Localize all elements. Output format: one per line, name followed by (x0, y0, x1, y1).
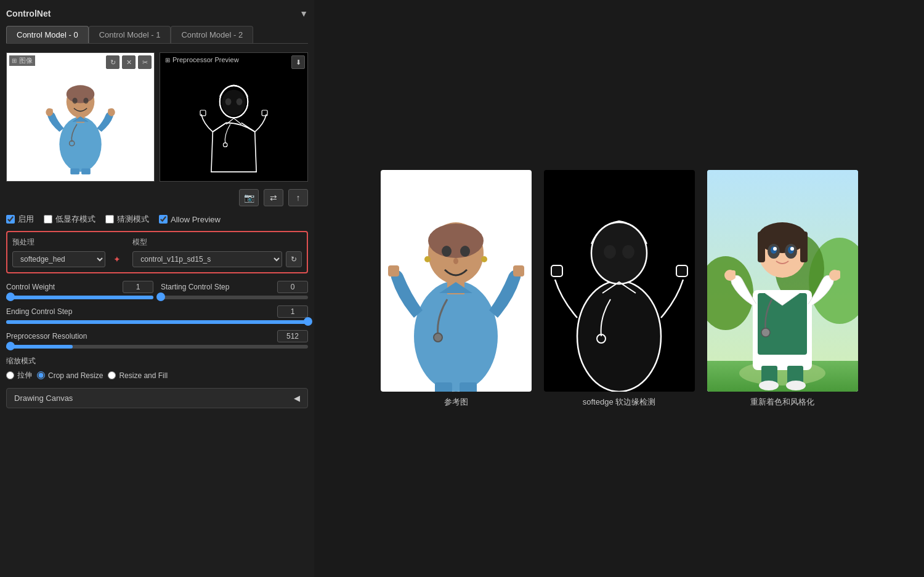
svg-rect-68 (727, 270, 736, 279)
control-weight-value: 1 (123, 281, 153, 293)
svg-point-36 (424, 256, 431, 262)
starting-step-value: 0 (277, 281, 308, 293)
svg-point-21 (225, 99, 232, 105)
drawing-canvas-label: Drawing Canvas (14, 393, 73, 403)
edit-btn[interactable]: ✂ (138, 55, 152, 69)
drawing-canvas-row[interactable]: Drawing Canvas ◀ (6, 388, 308, 408)
starting-step-thumb[interactable] (156, 293, 165, 301)
checkboxes-row: 启用 低显存模式 猜测模式 Allow Preview (6, 214, 308, 225)
enable-checkbox-item[interactable]: 启用 (6, 214, 34, 225)
tab-control-model-2[interactable]: Control Model - 2 (171, 26, 253, 43)
low-vram-label: 低显存模式 (55, 214, 95, 225)
output-image-edge: softedge 软边缘检测 (544, 170, 695, 408)
svg-point-5 (83, 98, 88, 104)
guess-mode-checkbox[interactable] (105, 215, 114, 224)
control-weight-label: Control Weight (6, 283, 55, 291)
guess-mode-checkbox-item[interactable]: 猜测模式 (105, 214, 149, 225)
styled-image (707, 170, 858, 392)
preprocessor-res-fill (6, 345, 73, 349)
control-weight-fill (6, 296, 153, 299)
model-column: 模型 control_v11p_sd15_s ↻ (132, 237, 302, 267)
ending-step-thumb[interactable] (304, 317, 312, 326)
stretch-option[interactable]: 拉伸 (6, 370, 32, 381)
svg-rect-69 (832, 270, 840, 279)
svg-point-42 (622, 245, 634, 259)
preprocessor-controls: ⬇ (291, 55, 305, 69)
right-panel: 参考图 (314, 0, 924, 577)
model-dropdown[interactable]: control_v11p_sd15_s (132, 251, 282, 267)
panel-collapse-arrow[interactable]: ▼ (299, 9, 308, 18)
allow-preview-checkbox[interactable] (159, 215, 168, 224)
download-btn[interactable]: ⬇ (291, 55, 305, 69)
crop-resize-option[interactable]: Crop and Resize (37, 371, 103, 380)
refresh-btn[interactable]: ↻ (106, 55, 120, 69)
svg-point-22 (237, 99, 243, 105)
styled-image-label: 重新着色和风格化 (750, 397, 814, 408)
control-weight-slider-col: Control Weight 1 (6, 281, 153, 299)
preprocessor-model-row: 预处理 softedge_hed ✦ 模型 control_v11p_sd15_… (12, 237, 302, 267)
ending-step-header: Ending Control Step 1 (6, 305, 308, 318)
swap-btn[interactable]: ⇄ (264, 189, 283, 206)
svg-rect-33 (513, 265, 524, 276)
svg-point-4 (72, 98, 77, 104)
preprocessor-preview-label: ⊞ Preprocessor Preview (163, 55, 241, 64)
preprocessor-res-thumb[interactable] (6, 342, 15, 350)
input-image-controls: ↻ ✕ ✂ (106, 55, 152, 69)
low-vram-checkbox-item[interactable]: 低显存模式 (44, 214, 95, 225)
preprocessor-select-row: softedge_hed ✦ (12, 251, 125, 267)
stretch-label: 拉伸 (17, 370, 32, 381)
edge-image (544, 170, 695, 392)
fill-radio[interactable] (108, 371, 116, 379)
action-row: 📷 ⇄ ↑ (6, 189, 308, 206)
svg-point-37 (481, 256, 487, 262)
svg-point-19 (222, 90, 246, 116)
svg-rect-14 (196, 59, 271, 174)
camera-btn[interactable]: 📷 (239, 189, 259, 206)
starting-step-slider-col: Starting Control Step 0 (161, 281, 308, 299)
preprocessor-dropdown[interactable]: softedge_hed (12, 251, 105, 267)
low-vram-checkbox[interactable] (44, 215, 52, 224)
input-image-label: ⊞ 图像 (9, 55, 35, 66)
tab-bar: Control Model - 0 Control Model - 1 Cont… (6, 26, 308, 44)
svg-point-26 (428, 224, 484, 258)
control-weight-header: Control Weight 1 (6, 281, 153, 293)
close-btn[interactable]: ✕ (122, 55, 136, 69)
svg-point-3 (67, 86, 95, 103)
guess-mode-label: 猜测模式 (117, 214, 149, 225)
svg-point-73 (786, 381, 806, 390)
crop-radio[interactable] (37, 371, 45, 379)
drawing-canvas-arrow: ◀ (294, 393, 300, 403)
upload-btn[interactable]: ↑ (288, 189, 308, 206)
preprocessor-res-slider-row: Preprocessor Resolution 512 (6, 330, 308, 349)
stretch-radio[interactable] (6, 371, 14, 379)
preprocessor-res-label: Preprocessor Resolution (6, 332, 87, 341)
svg-rect-44 (676, 265, 687, 276)
resize-fill-option[interactable]: Resize and Fill (108, 371, 168, 380)
svg-point-39 (577, 281, 661, 392)
zoom-mode-section: 缩放模式 拉伸 Crop and Resize Resize and Fill (6, 356, 308, 381)
model-refresh-btn[interactable]: ↻ (286, 251, 302, 267)
image-area: ⊞ 图像 ↻ ✕ ✂ (6, 52, 308, 182)
svg-rect-58 (800, 232, 808, 262)
preprocessor-field-label: 预处理 (12, 237, 125, 248)
starting-step-track (161, 296, 308, 299)
red-star-icon[interactable]: ✦ (109, 251, 125, 267)
svg-point-31 (434, 333, 442, 342)
svg-point-27 (442, 246, 452, 257)
svg-point-64 (790, 247, 794, 251)
allow-preview-checkbox-item[interactable]: Allow Preview (159, 215, 221, 224)
tab-control-model-0[interactable]: Control Model - 0 (6, 26, 89, 43)
svg-rect-11 (108, 109, 114, 115)
fill-label: Resize and Fill (119, 371, 168, 380)
two-col-sliders: Control Weight 1 Starting Control Step 0 (6, 281, 308, 299)
image-icon: ⊞ (12, 57, 17, 64)
model-field-label: 模型 (132, 237, 302, 248)
tab-control-model-1[interactable]: Control Model - 1 (89, 26, 171, 43)
ending-step-label: Ending Control Step (6, 307, 72, 316)
enable-checkbox[interactable] (6, 215, 15, 224)
preprocessor-res-value: 512 (277, 330, 308, 342)
control-weight-thumb[interactable] (6, 293, 15, 301)
svg-point-24 (414, 281, 498, 392)
ending-step-track (6, 320, 308, 324)
svg-rect-12 (70, 169, 79, 175)
